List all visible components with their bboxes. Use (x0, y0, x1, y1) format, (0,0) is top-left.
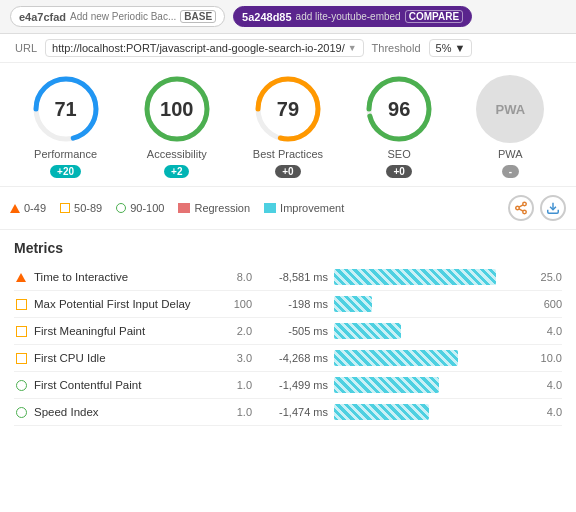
metric-base-speed-index: 1.0 (220, 406, 252, 418)
metric-delta-first-contentful-paint: -1,499 ms (258, 379, 328, 391)
score-value-best-practices: 79 (277, 98, 299, 121)
legend-label-improvement: Improvement (280, 202, 344, 214)
share-icon-button[interactable] (508, 195, 534, 221)
metrics-title: Metrics (14, 240, 562, 256)
score-label-pwa: PWA (498, 147, 523, 161)
legend-label-50-89: 50-89 (74, 202, 102, 214)
metric-icon-first-meaningful-paint (14, 324, 28, 338)
metrics-table: Time to Interactive 8.0 -8,581 ms 25.0 M… (14, 264, 562, 426)
metric-threshold-first-cpu-idle: 10.0 (530, 352, 562, 364)
metric-bar-container-first-cpu-idle (334, 350, 524, 366)
circle-icon (16, 380, 27, 391)
metric-bar-first-contentful-paint (334, 377, 439, 393)
metric-row-time-to-interactive: Time to Interactive 8.0 -8,581 ms 25.0 (14, 264, 562, 291)
square-icon (16, 353, 27, 364)
score-ring-performance: 71 (32, 75, 100, 143)
compare-commit-badge[interactable]: 5a248d85 add lite-youtube-embed COMPARE (233, 6, 472, 27)
metric-bar-container-time-to-interactive (334, 269, 524, 285)
download-icon-button[interactable] (540, 195, 566, 221)
score-item-seo: 96 SEO +0 (354, 75, 444, 178)
svg-point-10 (523, 211, 527, 215)
legend-item-50-89: 50-89 (60, 202, 102, 214)
metric-bar-first-meaningful-paint (334, 323, 401, 339)
compare-type-badge: COMPARE (405, 10, 463, 23)
circle-icon (116, 203, 126, 213)
circle-icon (16, 407, 27, 418)
scores-section: 71 Performance +20 100 Accessibility +2 … (0, 63, 576, 187)
score-item-best-practices: 79 Best Practices +0 (243, 75, 333, 178)
svg-line-11 (519, 209, 523, 211)
compare-hash: 5a248d85 (242, 11, 292, 23)
score-delta-seo: +0 (386, 165, 411, 178)
metric-delta-time-to-interactive: -8,581 ms (258, 271, 328, 283)
metric-bar-max-potential-fid (334, 296, 372, 312)
metric-bar-container-max-potential-fid (334, 296, 524, 312)
regression-icon (178, 203, 190, 213)
legend-label-regression: Regression (194, 202, 250, 214)
score-delta-performance: +20 (50, 165, 81, 178)
metrics-section: Metrics Time to Interactive 8.0 -8,581 m… (0, 230, 576, 436)
svg-point-9 (516, 207, 520, 211)
metric-delta-max-potential-fid: -198 ms (258, 298, 328, 310)
score-ring-accessibility: 100 (143, 75, 211, 143)
metric-bar-first-cpu-idle (334, 350, 458, 366)
legend-item-0-49: 0-49 (10, 202, 46, 214)
triangle-icon (10, 204, 20, 213)
url-select[interactable]: http://localhost:PORT/javascript-and-goo… (45, 39, 364, 57)
metric-name-max-potential-fid: Max Potential First Input Delay (34, 298, 214, 310)
svg-point-8 (523, 202, 527, 206)
metric-delta-first-meaningful-paint: -505 ms (258, 325, 328, 337)
metric-icon-first-cpu-idle (14, 351, 28, 365)
legend-label-90-100: 90-100 (130, 202, 164, 214)
threshold-chevron-icon: ▼ (454, 42, 465, 54)
metric-row-speed-index: Speed Index 1.0 -1,474 ms 4.0 (14, 399, 562, 426)
legend-item-improvement: Improvement (264, 202, 344, 214)
score-ring-seo: 96 (365, 75, 433, 143)
metric-threshold-time-to-interactive: 25.0 (530, 271, 562, 283)
legend-action-icons (508, 195, 566, 221)
metric-threshold-max-potential-fid: 600 (530, 298, 562, 310)
metric-base-first-contentful-paint: 1.0 (220, 379, 252, 391)
triangle-icon (16, 273, 26, 282)
metric-base-time-to-interactive: 8.0 (220, 271, 252, 283)
metric-row-first-cpu-idle: First CPU Idle 3.0 -4,268 ms 10.0 (14, 345, 562, 372)
score-ring-best-practices: 79 (254, 75, 322, 143)
metric-row-max-potential-fid: Max Potential First Input Delay 100 -198… (14, 291, 562, 318)
legend: 0-49 50-89 90-100 Regression Improvement (0, 187, 576, 230)
threshold-label: Threshold (372, 42, 421, 54)
url-bar: URL http://localhost:PORT/javascript-and… (0, 34, 576, 63)
metric-row-first-meaningful-paint: First Meaningful Paint 2.0 -505 ms 4.0 (14, 318, 562, 345)
threshold-value: 5% (436, 42, 452, 54)
square-icon (16, 299, 27, 310)
metric-bar-container-speed-index (334, 404, 524, 420)
score-delta-best-practices: +0 (275, 165, 300, 178)
compare-message: add lite-youtube-embed (296, 11, 401, 22)
metric-row-first-contentful-paint: First Contentful Paint 1.0 -1,499 ms 4.0 (14, 372, 562, 399)
legend-label-0-49: 0-49 (24, 202, 46, 214)
metric-base-first-cpu-idle: 3.0 (220, 352, 252, 364)
score-item-accessibility: 100 Accessibility +2 (132, 75, 222, 178)
score-delta-pwa: - (502, 165, 519, 178)
metric-icon-speed-index (14, 405, 28, 419)
metric-delta-first-cpu-idle: -4,268 ms (258, 352, 328, 364)
metric-icon-time-to-interactive (14, 270, 28, 284)
score-value-performance: 71 (54, 98, 76, 121)
metric-delta-speed-index: -1,474 ms (258, 406, 328, 418)
base-commit-badge[interactable]: e4a7cfad Add new Periodic Bac... BASE (10, 6, 225, 27)
url-chevron-icon: ▼ (348, 43, 357, 53)
square-icon (16, 326, 27, 337)
metric-bar-container-first-contentful-paint (334, 377, 524, 393)
score-value-seo: 96 (388, 98, 410, 121)
svg-line-12 (519, 205, 523, 207)
score-value-accessibility: 100 (160, 98, 193, 121)
metric-name-first-meaningful-paint: First Meaningful Paint (34, 325, 214, 337)
metric-bar-container-first-meaningful-paint (334, 323, 524, 339)
metric-name-first-cpu-idle: First CPU Idle (34, 352, 214, 364)
legend-item-90-100: 90-100 (116, 202, 164, 214)
metric-name-speed-index: Speed Index (34, 406, 214, 418)
base-hash: e4a7cfad (19, 11, 66, 23)
improvement-icon (264, 203, 276, 213)
threshold-select[interactable]: 5% ▼ (429, 39, 473, 57)
url-label: URL (15, 42, 37, 54)
score-label-performance: Performance (34, 147, 97, 161)
